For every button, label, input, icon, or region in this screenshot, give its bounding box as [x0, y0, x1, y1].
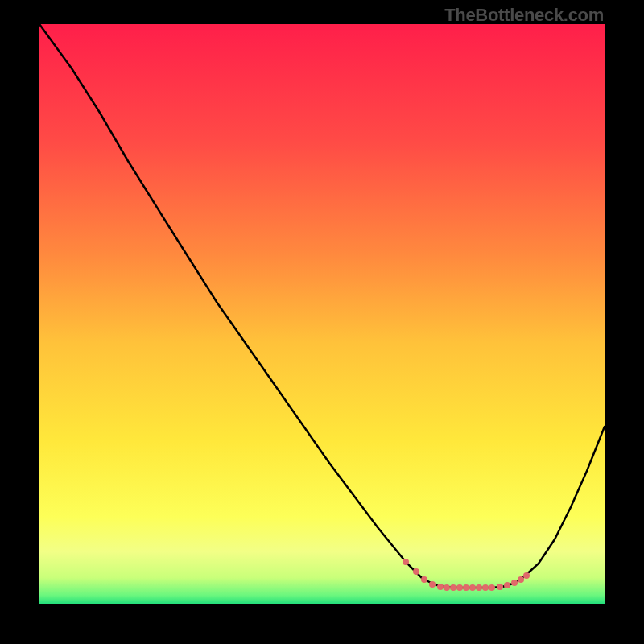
- curve-dot: [511, 580, 518, 586]
- curve-dot: [413, 568, 419, 575]
- curve-dot: [456, 584, 463, 591]
- curve-dot: [518, 576, 524, 583]
- curve-dot: [450, 584, 456, 591]
- plot-area: [39, 24, 605, 604]
- curve-dot: [504, 582, 510, 588]
- watermark-text: TheBottleneck.com: [444, 5, 604, 26]
- chart-frame: TheBottleneck.com: [0, 0, 644, 644]
- curve-dot: [444, 584, 450, 591]
- gradient-background: [39, 24, 605, 604]
- curve-dot: [421, 576, 427, 583]
- curve-dot: [463, 584, 469, 591]
- curve-dot: [429, 581, 436, 588]
- curve-dot: [476, 584, 482, 591]
- chart-svg: [39, 24, 605, 604]
- curve-dot: [482, 584, 489, 591]
- curve-dot: [437, 584, 444, 590]
- curve-dot: [497, 584, 503, 590]
- curve-dot: [402, 559, 409, 565]
- curve-dot: [523, 572, 530, 579]
- curve-dot: [489, 584, 495, 591]
- curve-dot: [469, 584, 476, 591]
